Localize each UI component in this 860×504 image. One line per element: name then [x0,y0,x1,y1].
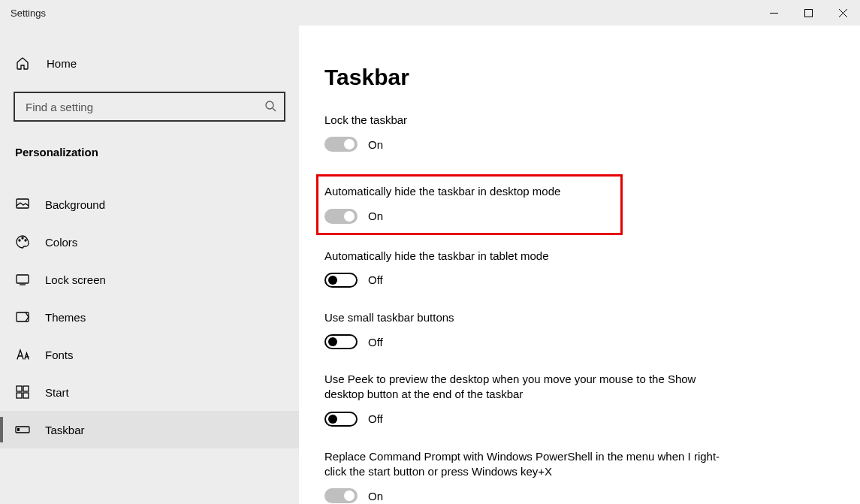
fonts-icon [15,347,30,362]
svg-rect-15 [17,393,22,398]
setting-peek: Use Peek to preview the desktop when you… [324,372,730,427]
toggle-state: On [368,210,383,222]
svg-rect-16 [23,393,29,398]
toggle-powershell[interactable] [324,488,358,503]
sidebar-item-background[interactable]: Background [0,186,299,223]
colors-icon [15,234,30,249]
setting-label: Lock the taskbar [324,113,730,128]
search-box[interactable] [14,92,285,122]
sidebar-item-fonts[interactable]: Fonts [0,336,299,373]
lockscreen-icon [15,272,30,287]
sidebar-item-label: Start [45,386,69,399]
setting-label: Automatically hide the taskbar in deskto… [324,184,614,199]
toggle-state: On [368,138,383,151]
sidebar-section-label: Personalization [0,137,299,166]
setting-autohide-desktop: Automatically hide the taskbar in deskto… [324,184,614,223]
toggle-autohide-desktop[interactable] [324,209,358,224]
sidebar-item-label: Taskbar [45,424,85,436]
toggle-autohide-tablet[interactable] [324,273,358,288]
sidebar-item-label: Background [45,198,105,211]
svg-rect-10 [17,275,29,283]
svg-rect-6 [17,199,29,208]
home-icon [15,56,30,71]
search-input[interactable] [26,101,264,113]
setting-label: Replace Command Prompt with Windows Powe… [324,449,730,480]
svg-point-8 [22,237,23,239]
window-title: Settings [11,8,46,19]
content: Taskbar Lock the taskbar On Automaticall… [299,26,860,504]
svg-point-4 [266,101,273,109]
maximize-button[interactable] [791,0,825,26]
sidebar-item-label: Fonts [45,349,74,361]
svg-rect-14 [23,386,29,391]
taskbar-icon [15,422,30,437]
sidebar-item-start[interactable]: Start [0,373,299,411]
toggle-state: On [368,490,383,502]
close-button[interactable] [825,0,860,26]
page-title: Taskbar [324,65,860,90]
sidebar-item-colors[interactable]: Colors [0,223,299,261]
toggle-state: Off [368,336,383,349]
toggle-peek[interactable] [324,412,358,427]
toggle-state: Off [368,412,383,425]
sidebar-item-label: Themes [45,311,86,324]
sidebar-home[interactable]: Home [0,48,299,78]
sidebar-item-themes[interactable]: Themes [0,298,299,336]
svg-rect-1 [804,9,812,17]
sidebar-item-label: Colors [45,236,77,249]
setting-small-buttons: Use small taskbar buttons Off [324,310,730,349]
sidebar: Home Personalization Background Colors [0,26,299,504]
setting-label: Use Peek to preview the desktop when you… [324,372,730,403]
setting-powershell: Replace Command Prompt with Windows Powe… [324,449,730,504]
window-controls [756,0,860,26]
titlebar: Settings [0,0,860,26]
highlight-annotation: Automatically hide the taskbar in deskto… [316,174,623,234]
svg-rect-18 [17,428,20,431]
minimize-button[interactable] [756,0,791,26]
sidebar-item-taskbar[interactable]: Taskbar [0,411,299,448]
themes-icon [15,309,30,324]
svg-point-9 [25,240,26,241]
setting-lock-taskbar: Lock the taskbar On [324,113,730,152]
search-icon [264,100,276,114]
sidebar-item-label: Lock screen [45,273,106,286]
setting-label: Use small taskbar buttons [324,310,730,325]
toggle-small-buttons[interactable] [324,334,358,349]
sidebar-item-lockscreen[interactable]: Lock screen [0,261,299,298]
svg-point-7 [19,240,20,241]
setting-label: Automatically hide the taskbar in tablet… [324,249,730,264]
sidebar-home-label: Home [47,57,77,70]
start-icon [15,385,30,400]
svg-line-5 [273,108,276,111]
toggle-lock-taskbar[interactable] [324,137,358,152]
svg-rect-13 [17,386,22,391]
toggle-state: Off [368,273,383,286]
setting-autohide-tablet: Automatically hide the taskbar in tablet… [324,249,730,288]
background-icon [15,197,30,212]
